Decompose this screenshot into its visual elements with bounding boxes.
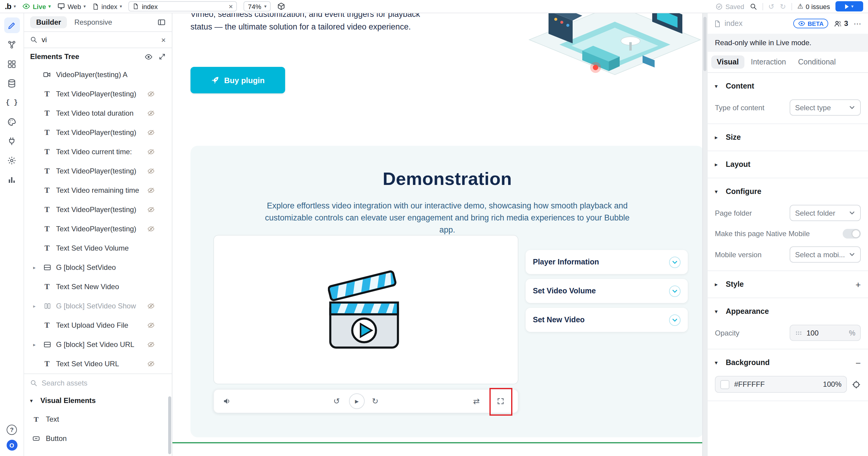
rewind-icon[interactable]: ↺ — [333, 397, 340, 405]
more-options-icon[interactable]: ⋯ — [854, 19, 862, 28]
zoom-dropdown[interactable]: 74% ▾ — [244, 1, 271, 11]
tab-builder[interactable]: Builder — [30, 16, 67, 28]
property-inspector-panel: index BETA 3 ⋯ Read-only while in Live m… — [708, 13, 868, 456]
tree-row[interactable]: T Text VideoPlayer(testing) — [24, 84, 172, 104]
componentize-icon[interactable] — [277, 2, 285, 10]
play-button[interactable]: ▶ — [349, 393, 365, 409]
demonstration-subtitle: Explore effortless video integration wit… — [259, 200, 635, 236]
preview-button[interactable]: ▾ — [835, 1, 863, 11]
design-tab-icon[interactable] — [4, 18, 20, 33]
accordion-set-video-volume[interactable]: Set Video Volume — [526, 279, 688, 303]
volume-icon[interactable] — [222, 397, 231, 405]
video-player[interactable] — [213, 235, 518, 384]
tree-row[interactable]: ▸ G [block] Set Video URL — [24, 335, 172, 354]
page-selector-dropdown[interactable]: index ▾ — [93, 3, 122, 10]
eyedropper-icon[interactable] — [852, 380, 861, 389]
palette-item-text[interactable]: T Text — [24, 410, 172, 429]
tree-row[interactable]: T Text VideoPlayer(testing) — [24, 200, 172, 219]
background-color-input[interactable]: #FFFFFF 100% — [715, 376, 847, 393]
issues-indicator[interactable]: ⚠ 0 issues — [798, 3, 830, 10]
palette-item-button[interactable]: Button — [24, 429, 172, 448]
demonstration-section[interactable]: Demonstration Explore effortless video i… — [190, 146, 704, 437]
loop-icon[interactable]: ⇄ — [473, 397, 480, 405]
tree-row[interactable]: ▸ G [block] SetVideo — [24, 258, 172, 277]
user-avatar[interactable]: O — [6, 440, 17, 451]
canvas-scrollbar[interactable] — [704, 17, 707, 71]
tree-row[interactable]: T Text Set New Video — [24, 277, 172, 296]
buy-plugin-button[interactable]: Buy plugin — [190, 67, 285, 93]
page-folder-select[interactable]: Select folder — [789, 205, 861, 221]
search-icon[interactable] — [749, 3, 757, 10]
collapse-panel-icon[interactable] — [157, 18, 166, 27]
settings-tab-icon[interactable] — [4, 153, 20, 168]
logs-tab-icon[interactable] — [4, 172, 20, 187]
environment-dropdown[interactable]: Live ▾ — [23, 2, 51, 10]
accordion-set-new-video[interactable]: Set New Video — [526, 308, 688, 332]
redo-icon[interactable]: ↻ — [780, 3, 786, 10]
opacity-input[interactable]: 100 % — [789, 325, 861, 341]
tree-row[interactable]: T Text Set Video Volume — [24, 238, 172, 258]
native-mobile-toggle[interactable] — [843, 229, 861, 238]
visual-elements-section[interactable]: ▾ Visual Elements — [24, 392, 172, 410]
element-search-input[interactable] — [41, 36, 157, 44]
open-page-tab[interactable]: index × — [129, 1, 237, 11]
tree-row[interactable]: T Text Upload Video File — [24, 316, 172, 335]
tree-row[interactable]: T Text Video remaining time — [24, 181, 172, 200]
type-of-content-select[interactable]: Select type — [789, 99, 861, 116]
platform-dropdown[interactable]: Web ▾ — [57, 2, 86, 10]
expander-icon[interactable]: ▸ — [33, 265, 36, 270]
section-style-header[interactable]: ▸ Style + — [715, 271, 861, 298]
tab-interaction[interactable]: Interaction — [745, 56, 792, 69]
styles-tab-icon[interactable] — [4, 114, 20, 130]
page-icon — [133, 3, 139, 10]
page-canvas[interactable]: Vimeo, seamless customization, and event… — [173, 13, 708, 456]
tree-row[interactable]: ▸ G [block] SetVideo Show — [24, 296, 172, 316]
section-appearance-header[interactable]: ▾ Appearance — [715, 298, 861, 325]
section-configure: ▾ Configure Page folder Select folder Ma… — [708, 178, 868, 271]
add-style-icon[interactable]: + — [855, 279, 861, 289]
accordion-player-information[interactable]: Player Information — [526, 250, 688, 274]
section-content-header[interactable]: ▾ Content — [715, 73, 861, 99]
expander-icon[interactable]: ▸ — [33, 303, 36, 309]
components-tab-icon[interactable] — [4, 56, 20, 72]
clear-search-icon[interactable]: × — [161, 36, 166, 44]
palette-item-label: Text — [46, 415, 59, 423]
workflow-tab-icon[interactable] — [4, 37, 20, 53]
section-size-header[interactable]: ▸ Size — [715, 124, 861, 151]
tree-row[interactable]: T Text VideoPlayer(testing) — [24, 161, 172, 181]
undo-icon[interactable]: ↺ — [768, 3, 774, 10]
divider — [792, 3, 792, 10]
tree-row[interactable]: T Text Set Video URL — [24, 354, 172, 373]
show-hidden-icon[interactable] — [145, 53, 153, 61]
tree-row[interactable]: T Text VideoPlayer(testing) — [24, 219, 172, 238]
section-background-header[interactable]: ▾ Background − — [715, 349, 861, 376]
plugins-tab-icon[interactable] — [4, 133, 20, 149]
tab-visual[interactable]: Visual — [711, 56, 744, 69]
tree-row[interactable]: T Text Video current time: — [24, 142, 172, 161]
tree-row[interactable]: T Text VideoPlayer(testing) — [24, 123, 172, 142]
color-swatch[interactable] — [720, 380, 730, 389]
tree-row[interactable]: T Text Video total duration — [24, 104, 172, 123]
help-icon[interactable]: ? — [7, 425, 17, 435]
hidden-icon — [147, 225, 155, 232]
tab-conditional[interactable]: Conditional — [793, 56, 841, 69]
expander-icon[interactable]: ▸ — [33, 342, 36, 347]
beta-badge: BETA — [793, 19, 829, 28]
section-layout-header[interactable]: ▸ Layout — [715, 151, 861, 178]
close-tab-icon[interactable]: × — [229, 3, 233, 10]
remove-background-icon[interactable]: − — [855, 358, 861, 368]
expand-tree-icon[interactable] — [158, 53, 166, 61]
code-tab-icon[interactable]: { } — [4, 95, 20, 110]
tab-responsive[interactable]: Responsive — [70, 16, 117, 28]
assets-search-input[interactable] — [41, 379, 166, 387]
panel-scrollbar[interactable] — [168, 396, 171, 454]
forward-icon[interactable]: ↻ — [372, 397, 378, 405]
tree-row[interactable]: VideoPlayer(testing) A — [24, 65, 172, 84]
hidden-icon — [147, 129, 155, 136]
section-configure-header[interactable]: ▾ Configure — [715, 178, 861, 205]
mobile-version-select[interactable]: Select a mobi... — [789, 247, 861, 263]
data-tab-icon[interactable] — [4, 75, 20, 91]
bubble-logo-menu[interactable]: .b ▾ — [5, 2, 16, 11]
collaborators-indicator[interactable]: 3 — [834, 19, 848, 28]
tree-row-label: Text Set Video URL — [56, 360, 119, 368]
